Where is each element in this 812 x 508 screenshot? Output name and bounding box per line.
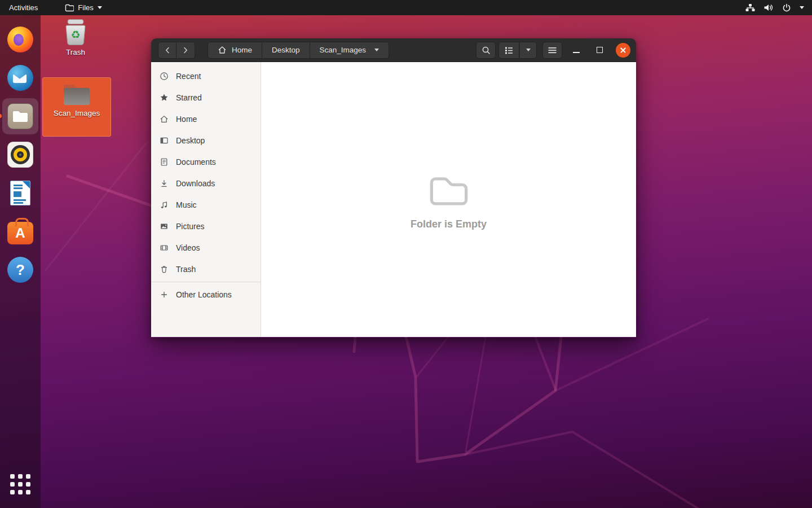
dock-item-help[interactable]: ? xyxy=(2,252,38,288)
search-button[interactable] xyxy=(476,42,496,59)
sidebar-item-label: Trash xyxy=(176,265,196,274)
thunderbird-icon xyxy=(7,65,33,91)
dock: A ? xyxy=(0,15,41,508)
list-view-icon xyxy=(505,46,513,54)
help-icon: ? xyxy=(7,257,33,283)
view-options-button[interactable] xyxy=(519,42,537,59)
sidebar-item-label: Starred xyxy=(176,93,202,102)
path-segment-desktop[interactable]: Desktop xyxy=(262,42,310,59)
system-tray[interactable] xyxy=(745,3,812,12)
maximize-icon xyxy=(597,47,603,53)
empty-folder-message: Folder is Empty xyxy=(411,218,487,230)
path-segment-label: Desktop xyxy=(272,46,300,54)
sidebar-item-label: Recent xyxy=(176,72,201,81)
toolbar-actions xyxy=(476,42,630,59)
svg-text:♻: ♻ xyxy=(70,28,80,41)
path-bar: Home Desktop Scan_Images xyxy=(208,42,389,59)
list-view-button[interactable] xyxy=(498,42,519,59)
sidebar-item-other-locations[interactable]: Other Locations xyxy=(151,284,261,305)
sidebar-item-videos[interactable]: Videos xyxy=(151,237,261,259)
sidebar-item-label: Pictures xyxy=(176,222,205,231)
sidebar-item-recent[interactable]: Recent xyxy=(151,65,261,87)
window-controls xyxy=(570,43,630,58)
download-icon xyxy=(160,179,169,188)
desktop-icon xyxy=(160,136,169,145)
desktop: Activities Files xyxy=(0,0,812,508)
empty-folder-state: Folder is Empty xyxy=(411,171,487,230)
film-icon xyxy=(160,243,169,252)
dock-item-thunderbird[interactable] xyxy=(2,60,38,96)
places-sidebar: Recent Starred Home xyxy=(151,62,261,337)
sidebar-item-desktop[interactable]: Desktop xyxy=(151,130,261,151)
back-button[interactable] xyxy=(158,42,176,59)
search-icon xyxy=(482,46,491,55)
app-menu-files[interactable]: Files xyxy=(59,0,107,15)
trash-icon xyxy=(160,265,169,274)
top-bar: Activities Files xyxy=(0,0,812,15)
dock-item-firefox[interactable] xyxy=(2,21,38,58)
sidebar-separator xyxy=(151,282,261,282)
desktop-icon-scan-images[interactable]: Scan_Images xyxy=(42,77,111,137)
sidebar-item-label: Videos xyxy=(176,243,200,252)
star-icon xyxy=(160,93,169,102)
document-icon xyxy=(160,157,169,167)
close-button[interactable] xyxy=(616,43,630,58)
hamburger-menu-button[interactable] xyxy=(542,42,562,59)
dock-item-libreoffice-writer[interactable] xyxy=(2,175,38,211)
sidebar-item-home[interactable]: Home xyxy=(151,108,261,130)
power-icon xyxy=(782,3,791,12)
ubuntu-software-icon: A xyxy=(7,222,33,244)
history-nav xyxy=(158,42,195,59)
sidebar-item-starred[interactable]: Starred xyxy=(151,87,261,108)
sidebar-item-documents[interactable]: Documents xyxy=(151,151,261,173)
path-segment-label: Home xyxy=(232,46,252,54)
chevron-down-icon xyxy=(800,6,804,9)
sidebar-item-label: Desktop xyxy=(176,136,205,145)
dock-item-files[interactable] xyxy=(2,98,38,134)
desktop-icon-trash[interactable]: ♻ Trash xyxy=(54,17,97,59)
chevron-down-icon xyxy=(98,6,102,9)
sidebar-item-label: Home xyxy=(176,115,197,124)
files-window: Home Desktop Scan_Images xyxy=(151,38,636,338)
sidebar-item-pictures[interactable]: Pictures xyxy=(151,216,261,237)
folder-icon xyxy=(65,4,74,12)
app-menu-label: Files xyxy=(78,3,93,12)
chevron-left-icon xyxy=(164,46,171,54)
forward-button[interactable] xyxy=(176,42,195,59)
sidebar-item-downloads[interactable]: Downloads xyxy=(151,173,261,194)
clock-icon xyxy=(160,72,169,81)
path-segment-label: Scan_Images xyxy=(320,46,367,54)
network-icon xyxy=(745,3,755,12)
view-switcher xyxy=(498,42,537,59)
minimize-icon xyxy=(573,52,580,53)
desktop-icon-label: Scan_Images xyxy=(54,109,100,117)
activities-button[interactable]: Activities xyxy=(0,0,47,15)
dock-item-ubuntu-software[interactable]: A xyxy=(2,213,38,249)
files-icon xyxy=(7,103,33,129)
home-icon xyxy=(160,115,169,124)
dock-item-rhythmbox[interactable] xyxy=(2,137,38,173)
rhythmbox-icon xyxy=(7,142,33,168)
minimize-button[interactable] xyxy=(570,43,583,57)
sidebar-item-label: Other Locations xyxy=(176,290,232,299)
picture-icon xyxy=(160,222,169,231)
path-segment-home[interactable]: Home xyxy=(208,42,262,59)
sidebar-item-label: Documents xyxy=(176,157,216,167)
hamburger-menu-icon xyxy=(548,47,557,54)
window-titlebar[interactable]: Home Desktop Scan_Images xyxy=(151,38,636,62)
maximize-button[interactable] xyxy=(593,43,606,57)
chevron-right-icon xyxy=(182,46,189,54)
empty-folder-icon xyxy=(424,171,474,211)
chevron-down-icon xyxy=(374,49,379,51)
sidebar-item-music[interactable]: Music xyxy=(151,194,261,216)
music-note-icon xyxy=(160,200,169,209)
home-icon xyxy=(218,46,227,54)
sidebar-item-trash[interactable]: Trash xyxy=(151,259,261,280)
chevron-down-icon xyxy=(526,49,531,51)
folder-icon xyxy=(62,82,91,107)
volume-icon xyxy=(764,3,774,12)
show-applications-button[interactable] xyxy=(2,466,38,502)
folder-content-area[interactable]: Folder is Empty xyxy=(261,62,636,337)
desktop-icon-label: Trash xyxy=(66,48,85,56)
path-segment-scan-images[interactable]: Scan_Images xyxy=(310,42,390,59)
